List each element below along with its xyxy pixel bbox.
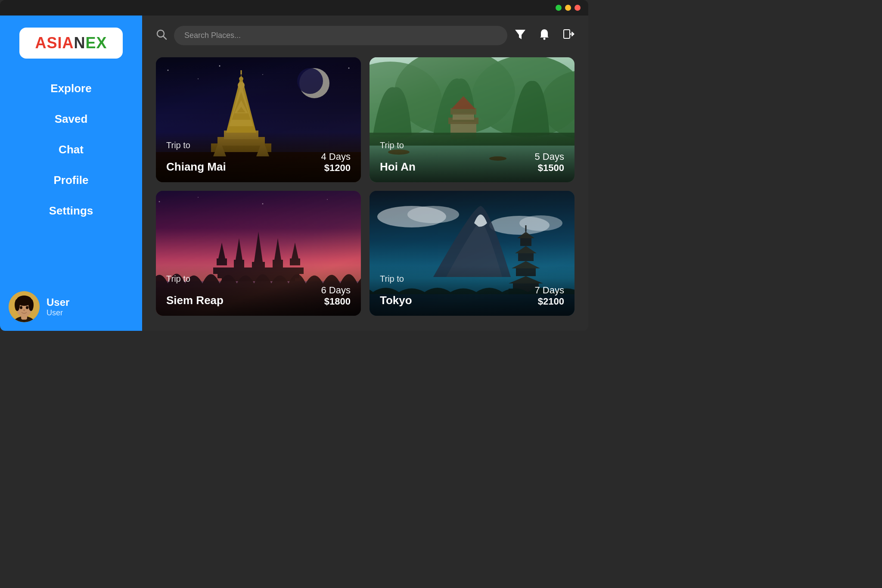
card-bottom-tokyo: Tokyo 7 Days $2100 [380,285,564,307]
svg-rect-48 [450,108,476,115]
user-role: User [47,308,69,317]
main-content: Trip to Chiang Mai 4 Days $1200 [142,16,588,331]
days-hoi-an: 5 Days [535,151,564,162]
destination-hoi-an: Hoi An [380,160,416,174]
card-overlay-chiang-mai: Trip to Chiang Mai 4 Days $1200 [156,132,361,182]
svg-rect-67 [290,258,300,265]
svg-line-11 [163,36,166,39]
sidebar-item-profile[interactable]: Profile [0,166,142,195]
destination-siem-reap: Siem Reap [166,294,224,307]
svg-point-37 [238,82,245,89]
card-chiang-mai[interactable]: Trip to Chiang Mai 4 Days $1200 [156,57,361,182]
cards-grid: Trip to Chiang Mai 4 Days $1200 [156,57,575,316]
svg-rect-88 [518,253,534,261]
svg-rect-86 [520,238,531,246]
svg-point-18 [297,68,323,94]
svg-point-19 [168,70,169,71]
red-btn[interactable] [575,5,581,11]
days-price-hoi-an: 5 Days $1500 [535,151,564,174]
search-bar [156,26,575,45]
card-bottom-chiang-mai: Chiang Mai 4 Days $1200 [166,151,351,174]
svg-point-5 [15,299,20,311]
trip-label-hoi-an: Trip to [380,140,564,150]
svg-point-8 [26,306,28,309]
svg-point-13 [543,38,546,40]
card-overlay-siem-reap: Trip to Siem Reap 6 Days $1800 [156,265,361,316]
svg-point-20 [198,78,199,79]
title-bar [0,0,588,16]
price-chiang-mai: $1200 [321,162,351,174]
destination-tokyo: Tokyo [380,294,412,307]
svg-marker-12 [515,30,525,39]
card-bottom-hoi-an: Hoi An 5 Days $1500 [380,151,564,174]
trip-label-siem-reap: Trip to [166,274,351,284]
sidebar-item-explore[interactable]: Explore [0,74,142,103]
svg-point-38 [239,77,243,81]
svg-point-7 [20,306,22,309]
trip-label-chiang-mai: Trip to [166,140,351,150]
svg-rect-65 [217,258,227,265]
sidebar: ASIANEX Explore Saved Chat Profile Setti… [0,16,142,331]
days-siem-reap: 6 Days [321,285,351,296]
card-tokyo[interactable]: Trip to Tokyo 7 Days $2100 [370,191,575,316]
search-input[interactable] [174,26,507,45]
days-tokyo: 7 Days [535,285,564,296]
price-hoi-an: $1500 [535,162,564,174]
sidebar-item-chat[interactable]: Chat [0,135,142,164]
svg-point-6 [28,299,34,311]
days-price-chiang-mai: 4 Days $1200 [321,151,351,174]
card-bottom-siem-reap: Siem Reap 6 Days $1800 [166,285,351,307]
logo-n: N [74,34,85,52]
svg-point-21 [219,65,220,67]
svg-point-22 [262,74,263,75]
bell-icon[interactable] [538,28,550,43]
card-overlay-tokyo: Trip to Tokyo 7 Days $2100 [370,265,575,316]
svg-point-57 [327,199,328,200]
svg-point-23 [348,68,350,69]
user-info: User User [47,296,69,317]
logo-asia: ASIA [35,34,74,52]
avatar-image [9,291,40,322]
toolbar-icons [514,28,575,43]
price-siem-reap: $1800 [321,296,351,307]
logout-icon[interactable] [562,28,575,43]
days-price-tokyo: 7 Days $2100 [535,285,564,307]
days-price-siem-reap: 6 Days $1800 [321,285,351,307]
avatar [9,291,40,322]
username: User [47,296,69,308]
card-hoi-an[interactable]: Trip to Hoi An 5 Days $1500 [370,57,575,182]
sidebar-item-saved[interactable]: Saved [0,105,142,134]
trip-label-tokyo: Trip to [380,274,564,284]
card-siem-reap[interactable]: Trip to Siem Reap 6 Days $1800 [156,191,361,316]
green-btn[interactable] [556,5,562,11]
svg-point-56 [262,203,264,205]
days-chiang-mai: 4 Days [321,151,351,162]
svg-point-55 [198,197,199,198]
svg-rect-14 [564,30,570,38]
logo: ASIANEX [19,28,123,59]
nav-menu: Explore Saved Chat Profile Settings [0,74,142,283]
search-icon [156,29,167,43]
sidebar-item-settings[interactable]: Settings [0,196,142,225]
destination-chiang-mai: Chiang Mai [166,160,226,174]
price-tokyo: $2100 [535,296,564,307]
logo-ex: EX [85,34,107,52]
svg-point-9 [23,310,25,311]
filter-icon[interactable] [514,28,526,43]
card-overlay-hoi-an: Trip to Hoi An 5 Days $1500 [370,132,575,182]
svg-point-54 [159,201,160,202]
yellow-btn[interactable] [565,5,571,11]
svg-point-81 [407,206,459,223]
user-section: User User [0,283,142,331]
